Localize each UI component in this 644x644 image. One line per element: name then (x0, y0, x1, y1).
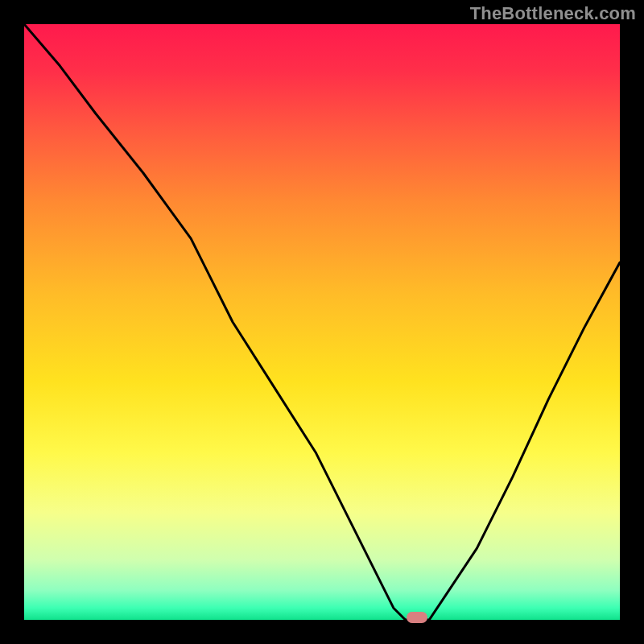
chart-frame: TheBottleneck.com (0, 0, 644, 644)
svg-rect-0 (24, 24, 620, 620)
heatmap-gradient (24, 24, 620, 620)
optimal-point-marker (407, 612, 427, 623)
watermark-text: TheBottleneck.com (470, 3, 636, 24)
plot-area (24, 24, 620, 620)
